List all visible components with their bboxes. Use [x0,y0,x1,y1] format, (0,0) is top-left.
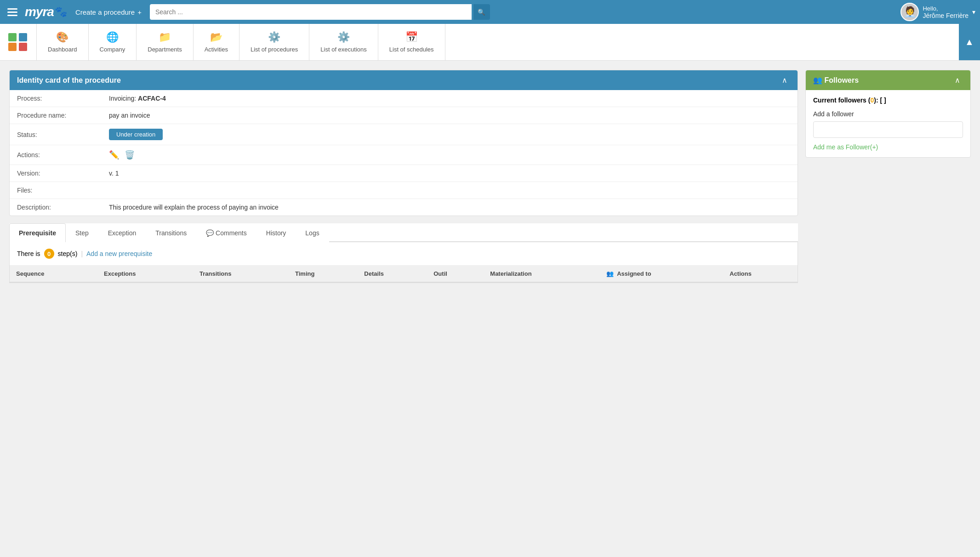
hello-text: Hello, [923,5,969,12]
right-panel: 👥 Followers ∧ Current followers (0): [ ]… [805,70,971,283]
create-plus-icon: + [137,8,142,16]
files-value [102,182,798,199]
username-display: Hello, Jérôme Ferrière [923,5,969,19]
departments-icon: 📁 [159,31,171,43]
tab-step[interactable]: Step [66,223,98,242]
search-icon: 🔍 [478,9,485,16]
table-row: Description: This procedure will explain… [10,199,798,216]
followers-title-text: Followers [824,76,859,84]
activities-label: Activities [205,46,228,53]
followers-toggle[interactable]: ∧ [952,75,963,85]
main-toolbar: 🎨 Dashboard 🌐 Company 📁 Departments 📂 Ac… [0,24,980,61]
search-button[interactable]: 🔍 [473,4,490,20]
identity-card-toggle[interactable]: ∧ [779,75,790,85]
col-sequence: Sequence [10,266,97,282]
follower-input[interactable] [813,121,963,138]
company-icon: 🌐 [106,31,119,43]
tab-transitions-label: Transitions [155,229,187,237]
tab-comments[interactable]: 💬 Comments [196,223,256,242]
avatar-icon: 🧑‍💼 [904,6,916,18]
identity-card-title: Identity card of the procedure [17,76,121,85]
col-details: Details [358,266,427,282]
table-row: Procedure name: pay an invoice [10,107,798,124]
steps-text: There is [17,250,40,257]
create-procedure-button[interactable]: Create a procedure + [72,6,145,18]
description-value: This procedure will explain the process … [102,199,798,216]
tab-logs-label: Logs [305,229,319,237]
table-row: Status: Under creation [10,124,798,145]
status-cell: Under creation [102,124,798,145]
followers-count: Current followers (0): [ ] [813,97,963,104]
logo: myra 🐾 [25,5,67,19]
description-label: Description: [10,199,102,216]
table-row: Actions: ✏️ 🗑️ [10,145,798,165]
tab-transitions[interactable]: Transitions [146,223,196,242]
col-timing: Timing [289,266,358,282]
sidebar-item-company[interactable]: 🌐 Company [89,24,137,60]
actions-cell: ✏️ 🗑️ [102,145,798,165]
edit-icon[interactable]: ✏️ [109,150,119,159]
add-prerequisite-link[interactable]: Add a new prerequisite [86,250,152,257]
sidebar-item-list-schedules[interactable]: 📅 List of schedules [378,24,445,60]
tab-logs[interactable]: Logs [296,223,329,242]
dashboard-icon: 🎨 [56,31,68,43]
upload-icon: ▲ [965,37,974,47]
tab-step-label: Step [75,229,89,237]
tab-exception[interactable]: Exception [98,223,146,242]
sidebar-item-list-procedures[interactable]: ⚙️ List of procedures [239,24,309,60]
search-container: 🔍 [150,4,896,20]
dashboard-label: Dashboard [48,46,77,53]
logo-sq-blue [19,33,27,41]
add-me-follower-link[interactable]: Add me as Follower(+) [813,143,878,151]
toolbar-logo [0,24,37,60]
list-executions-label: List of executions [320,46,366,53]
actions-label: Actions: [10,145,102,165]
col-actions: Actions [723,266,798,282]
col-transitions: Transitions [193,266,289,282]
sidebar-item-activities[interactable]: 📂 Activities [194,24,239,60]
activities-icon: 📂 [210,31,222,43]
version-label: Version: [10,165,102,182]
followers-icon: 👥 [813,76,824,84]
logo-sq-orange [8,43,17,51]
list-schedules-label: List of schedules [389,46,434,53]
company-label: Company [100,46,125,53]
sidebar-item-list-executions[interactable]: ⚙️ List of executions [309,24,378,60]
tab-comments-label: Comments [216,229,247,237]
username-text: Jérôme Ferrière [923,12,969,19]
main-content: Identity card of the procedure ∧ Process… [0,61,980,292]
table-header-bar: There is 0 step(s) | Add a new prerequis… [10,242,798,266]
identity-table: Process: Invoicing: ACFAC-4 Procedure na… [10,90,798,216]
hamburger-menu[interactable] [5,6,20,19]
procedure-name-label: Procedure name: [10,107,102,124]
data-table: Sequence Exceptions Transitions Timing D… [10,266,798,283]
avatar: 🧑‍💼 [900,3,919,21]
col-exceptions: Exceptions [97,266,193,282]
delete-icon[interactable]: 🗑️ [125,150,135,159]
tab-prerequisite[interactable]: Prerequisite [9,223,66,242]
status-badge: Under creation [109,129,163,140]
table-section: There is 0 step(s) | Add a new prerequis… [9,242,798,283]
user-menu[interactable]: 🧑‍💼 Hello, Jérôme Ferrière ▾ [900,3,975,21]
table-row: Process: Invoicing: ACFAC-4 [10,90,798,107]
steps-count-badge: 0 [44,249,54,259]
add-follower-label: Add a follower [813,110,963,118]
top-navigation: myra 🐾 Create a procedure + 🔍 🧑‍💼 Hello,… [0,0,980,24]
tab-exception-label: Exception [108,229,136,237]
logo-squares [8,33,28,51]
status-label: Status: [10,124,102,145]
list-schedules-icon: 📅 [405,31,418,43]
tab-history[interactable]: History [256,223,296,242]
left-panel: Identity card of the procedure ∧ Process… [9,70,798,283]
search-input[interactable] [150,4,472,20]
identity-card: Identity card of the procedure ∧ Process… [9,70,798,216]
sidebar-item-dashboard[interactable]: 🎨 Dashboard [37,24,89,60]
tab-bar: Prerequisite Step Exception Transitions … [9,223,798,242]
process-value: Invoicing: ACFAC-4 [102,90,798,107]
procedure-name-value: pay an invoice [102,107,798,124]
list-procedures-icon: ⚙️ [268,31,280,43]
create-procedure-label: Create a procedure [75,8,135,16]
upload-button[interactable]: ▲ [959,24,980,60]
separator: | [81,250,83,257]
sidebar-item-departments[interactable]: 📁 Departments [137,24,193,60]
